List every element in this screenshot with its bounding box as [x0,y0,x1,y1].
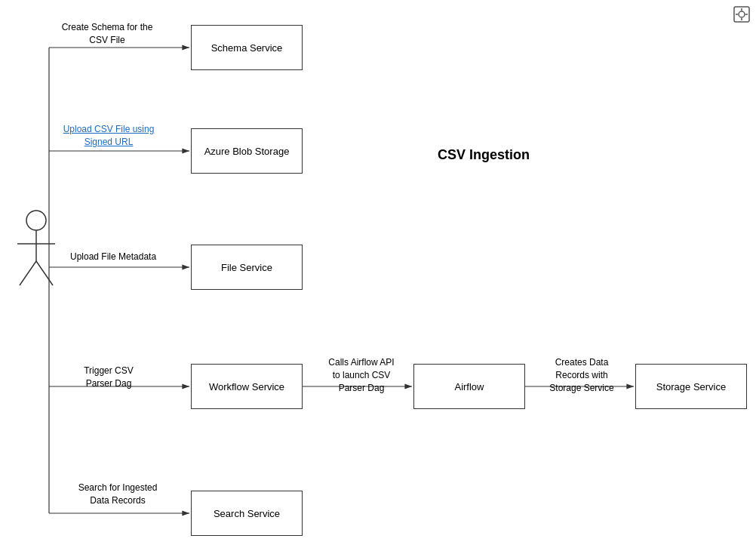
storage-service-box: Storage Service [635,364,747,409]
label-trigger-csv: Trigger CSVParser Dag [60,365,158,390]
label-azure: Upload CSV File using Signed URL [51,123,166,149]
svg-point-9 [26,211,46,230]
schema-service-box: Schema Service [191,25,303,70]
label-calls-airflow: Calls Airflow APIto launch CSVParser Dag [312,356,410,394]
diagram-container: Schema Service Azure Blob Storage File S… [0,0,756,554]
azure-blob-box: Azure Blob Storage [191,128,303,174]
workflow-service-box: Workflow Service [191,364,303,409]
diagram-title: CSV Ingestion [438,147,530,163]
label-creates-data: Creates DataRecords withStorage Service [533,356,631,394]
svg-line-12 [20,261,36,285]
airflow-box: Airflow [413,364,525,409]
file-service-box: File Service [191,245,303,290]
label-file-metadata: Upload File Metadata [70,251,180,263]
label-schema: Create Schema for the CSV File [54,21,160,47]
search-service-box: Search Service [191,491,303,536]
svg-line-13 [36,261,53,285]
arrows-svg [0,0,756,554]
label-search: Search for IngestedData Records [60,482,175,507]
svg-point-15 [739,11,745,17]
stick-figure [14,210,59,293]
focus-icon[interactable] [733,6,750,23]
